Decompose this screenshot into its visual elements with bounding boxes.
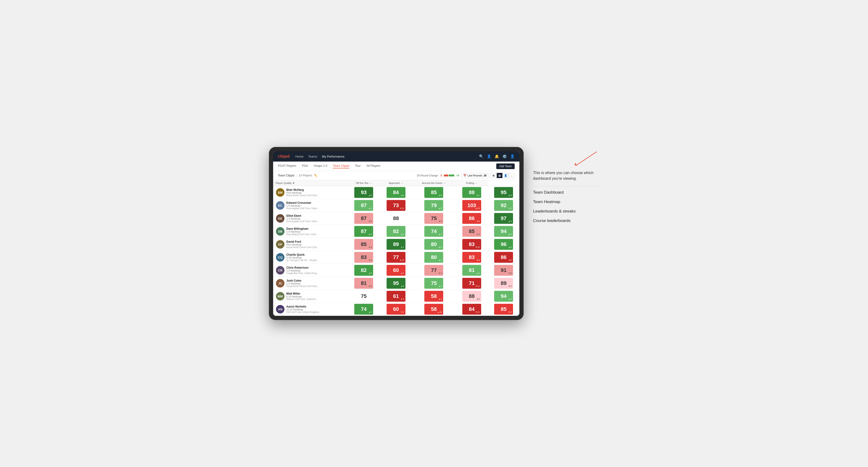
score-box: 801 [424,252,443,263]
avatar: AN [276,305,284,313]
nav-bar: clippd Home Teams My Performance 🔍 👤 🔔 ⚙… [273,151,519,161]
score-value: 80 [431,254,437,260]
arrow-down-icon [400,207,401,210]
arrow-down-icon [508,285,510,287]
delta-value: 1 [441,233,442,236]
bell-icon[interactable]: 🔔 [495,154,499,158]
score-value: 91 [501,267,506,273]
score-value: 94 [501,228,506,235]
delta-value: 1 [371,207,372,210]
player-cell[interactable]: EEElliot Ebert1-5 HandicapSunningdale Go… [273,212,348,224]
delta-value: 3 [510,246,512,248]
team-name: Team Clippd [278,174,294,177]
delta-value: 4 [371,233,372,236]
score-value: 85 [431,189,437,195]
score-quality: 873 [348,212,380,225]
score-box: 752 [424,278,443,289]
player-cell[interactable]: CQCharlie Quick6-10 HandicapSt. George's… [273,251,348,263]
score-delta: 2 [508,285,512,287]
score-value: 94 [501,293,506,299]
score-value: 61 [393,293,399,299]
app-logo: clippd [278,154,290,158]
subnav-pgat[interactable]: PGAT Players [278,164,296,168]
avatar: BM [276,188,284,197]
edit-icon[interactable]: ✏️ [314,174,317,177]
nav-link-teams[interactable]: Teams [308,155,317,158]
score-delta: 3 [508,298,512,300]
player-name: Chris Robertson [286,266,319,269]
bar-green [448,175,454,177]
score-delta: 4 [438,298,442,300]
arrow-up-icon [508,298,510,300]
score-value: 84 [393,189,399,195]
delta-value: 3 [441,220,442,222]
player-cell[interactable]: JCJosh Coles1-5 HandicapRoyal North Devo… [273,277,348,289]
nav-link-home[interactable]: Home [295,155,304,158]
score-delta: 7 [401,246,404,248]
col-approach: Approach → [380,180,412,186]
arrow-down-icon [475,285,477,287]
score-value: 83 [469,254,474,260]
delta-value: 3 [478,233,480,236]
add-team-button[interactable]: Add Team [496,163,515,169]
nav-link-performance[interactable]: My Performance [322,155,344,158]
heatmap-view-button[interactable]: ▦ [497,173,502,178]
arrow-up-icon [401,272,403,274]
player-cell[interactable]: CRChris Robertson1-5 HandicapCraigmillar… [273,264,348,276]
score-box: 939 [354,187,373,198]
score-putting: 941 [488,225,519,238]
score-around_green: 814 [456,264,488,277]
delta-value: 1 [510,233,512,236]
arrow-up-icon [438,233,440,236]
avatar-icon[interactable]: 👤 [510,154,515,158]
player-info: Charlie Quick6-10 HandicapSt. George's H… [286,253,319,261]
player-cell[interactable]: DFDavid FordPlus HandicapRoyal North Dev… [273,238,348,250]
score-box: 854 [494,304,513,315]
score-quality: 823 [348,264,380,277]
grid-view-button[interactable]: ⊞ [491,173,496,178]
arrow-up-icon [508,246,510,248]
score-quality: 748 [348,303,380,316]
score-delta: 8 [368,311,372,313]
subnav-tour[interactable]: Tour [355,164,361,168]
last-rounds-button[interactable]: 📅 Last Rounds: 20 [461,173,489,178]
person-view-button[interactable]: 👤 [503,173,508,178]
avatar: EC [276,201,284,210]
player-cell[interactable]: ECEdward Crossman1-5 HandicapSunningdale… [273,199,348,212]
player-cell[interactable]: DBDave Billingham1-5 HandicapGog Magog G… [273,225,348,238]
player-cell[interactable]: MMMatt Miller6-10 HandicapWoburn Golf Cl… [273,290,348,302]
person-icon[interactable]: 👤 [487,154,491,158]
score-delta: 6 [476,259,480,261]
subnav-team-clippd[interactable]: Team Clippd [333,164,349,168]
delta-value: 9 [441,207,442,210]
player-cell[interactable]: BMBlair McHargPlus HandicapRoyal North D… [273,186,348,198]
subnav-hcaps[interactable]: Hcaps 1-5 [314,164,327,168]
score-delta: 2 [438,285,442,287]
player-handicap: 1-5 Handicap [286,205,319,207]
subnav-all-players[interactable]: All Players [366,164,380,168]
score-delta: 10 [437,311,442,313]
delta-value: 3 [441,272,442,274]
score-delta: 2 [476,298,480,300]
player-name: Elliot Ebert [286,214,319,217]
annotation-description: This is where you can choose which dashb… [533,170,599,181]
delta-value: 10 [439,311,442,313]
score-around_green: 836 [456,251,488,264]
table-row: JCJosh Coles1-5 HandicapRoyal North Devo… [273,277,519,290]
subnav-pga[interactable]: PGA [302,164,308,168]
team-header-row: Team Clippd | 14 Players ✏️ 20 Round Cha… [273,171,519,180]
score-off_tee: 88 [380,212,412,225]
dashboard-item-0: Team Dashboard [533,190,599,195]
score-box: 10315 [462,200,481,211]
score-off_tee: 846 [380,186,412,199]
score-delta: 3 [508,207,512,210]
search-icon[interactable]: 🔍 [479,154,484,158]
score-putting: 868 [488,251,519,264]
player-cell[interactable]: ANAaron Nicholls11-15 HandicapDrift Golf… [273,303,348,315]
download-button[interactable]: ↓ [509,173,515,178]
avatar: DB [276,227,284,236]
svg-line-0 [576,152,597,166]
score-value: 83 [361,254,367,260]
settings-icon[interactable]: ⚙️ [502,154,507,158]
player-handicap: 6-10 Handicap [286,295,319,298]
